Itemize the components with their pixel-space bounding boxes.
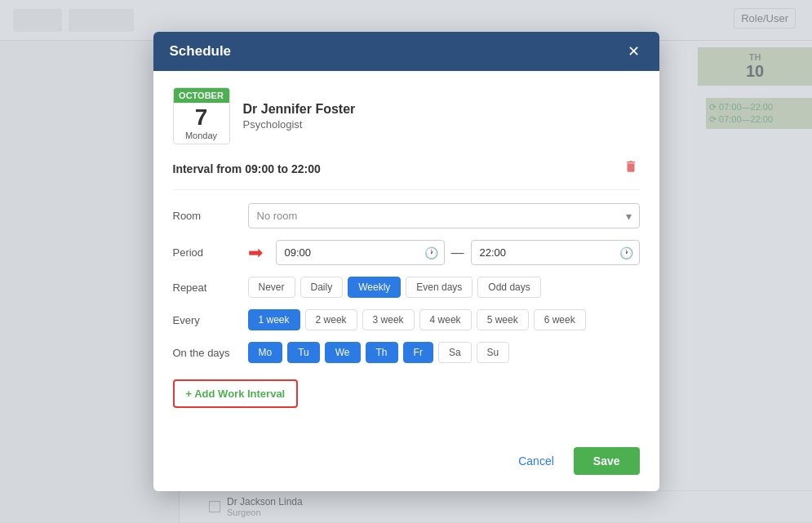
period-arrow-indicator: ➡	[248, 242, 263, 264]
on-the-days-label: On the days	[173, 347, 238, 359]
every-label: Every	[173, 314, 238, 326]
every-4week[interactable]: 4 week	[419, 309, 472, 330]
day-su[interactable]: Su	[477, 342, 510, 363]
modal-body: October 7 Monday Dr Jennifer Foster Psyc…	[153, 71, 659, 437]
day-sa[interactable]: Sa	[438, 342, 472, 363]
day-tu[interactable]: Tu	[287, 342, 320, 363]
calendar-date-icon: October 7 Monday	[173, 87, 230, 144]
every-3week[interactable]: 3 week	[362, 309, 415, 330]
period-label: Period	[173, 246, 238, 259]
time-to-input[interactable]	[471, 240, 640, 265]
every-5week[interactable]: 5 week	[477, 309, 529, 330]
delete-interval-button[interactable]	[622, 157, 640, 180]
modal-footer: Cancel Save	[153, 437, 659, 491]
repeat-btn-group: Never Daily Weekly Even days Odd days	[248, 277, 541, 298]
time-from-input[interactable]	[276, 240, 445, 265]
on-the-days-row: On the days Mo Tu We Th Fr Sa Su	[173, 342, 640, 363]
modal-title: Schedule	[170, 43, 232, 60]
interval-row: Interval from 09:00 to 22:00	[173, 157, 640, 190]
period-dash: —	[451, 246, 464, 260]
save-button[interactable]: Save	[574, 447, 640, 475]
calendar-month: October	[174, 88, 229, 103]
days-btn-group: Mo Tu We Th Fr Sa Su	[248, 342, 510, 363]
period-inputs: 🕐 — 🕐	[276, 240, 640, 265]
room-row: Room No room ▾	[173, 203, 640, 228]
room-label: Room	[173, 210, 238, 222]
day-th[interactable]: Th	[366, 342, 398, 363]
modal-header: Schedule ✕	[153, 32, 659, 71]
day-fr[interactable]: Fr	[403, 342, 433, 363]
cancel-button[interactable]: Cancel	[508, 448, 564, 474]
every-row: Every 1 week 2 week 3 week 4 week 5 week…	[173, 309, 640, 330]
calendar-day: 7	[174, 103, 229, 129]
every-btn-group: 1 week 2 week 3 week 4 week 5 week 6 wee…	[248, 309, 586, 330]
day-mo[interactable]: Mo	[248, 342, 283, 363]
doctor-name: Dr Jennifer Foster	[243, 102, 356, 117]
repeat-never[interactable]: Never	[248, 277, 295, 298]
every-6week[interactable]: 6 week	[534, 309, 586, 330]
time-to-wrap: 🕐	[471, 240, 640, 265]
repeat-weekly[interactable]: Weekly	[348, 277, 401, 298]
trash-icon	[623, 159, 638, 174]
repeat-odd-days[interactable]: Odd days	[477, 277, 540, 298]
calendar-weekday: Monday	[174, 129, 229, 144]
doctor-row: October 7 Monday Dr Jennifer Foster Psyc…	[173, 87, 640, 144]
modal-overlay: Schedule ✕ October 7 Monday Dr Jennifer …	[0, 0, 812, 523]
time-from-wrap: 🕐	[276, 240, 445, 265]
doctor-info: Dr Jennifer Foster Psychologist	[243, 102, 356, 131]
repeat-label: Repeat	[173, 281, 238, 294]
period-row: Period ➡ 🕐 — 🕐	[173, 240, 640, 265]
interval-text: Interval from 09:00 to 22:00	[173, 162, 321, 175]
room-select[interactable]: No room	[248, 203, 640, 228]
room-select-wrap: No room ▾	[248, 203, 640, 228]
doctor-role: Psychologist	[243, 118, 356, 131]
schedule-modal: Schedule ✕ October 7 Monday Dr Jennifer …	[153, 32, 659, 491]
every-1week[interactable]: 1 week	[248, 309, 300, 330]
day-we[interactable]: We	[325, 342, 361, 363]
add-work-interval-button[interactable]: + Add Work Interval	[173, 379, 299, 408]
modal-close-button[interactable]: ✕	[624, 44, 643, 59]
every-2week[interactable]: 2 week	[305, 309, 357, 330]
repeat-even-days[interactable]: Even days	[406, 277, 473, 298]
repeat-daily[interactable]: Daily	[300, 277, 344, 298]
repeat-row: Repeat Never Daily Weekly Even days Odd …	[173, 277, 640, 298]
